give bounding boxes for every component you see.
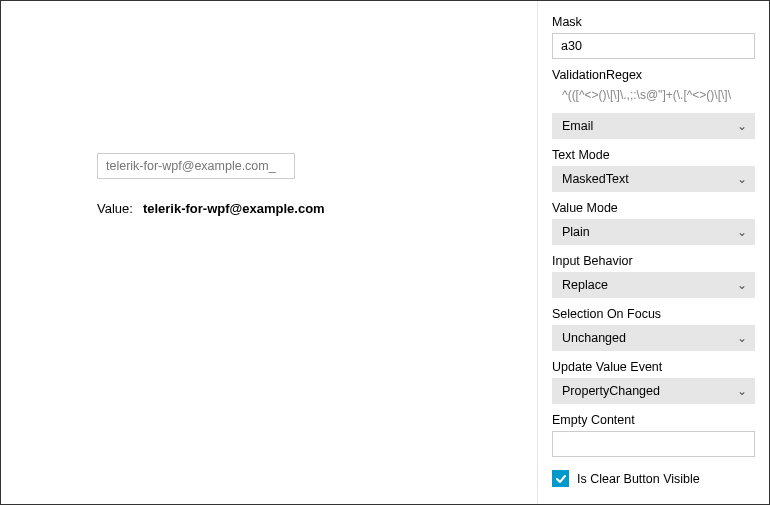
regex-preset-group: Email ⌄ xyxy=(552,113,755,139)
selection-on-focus-group: Selection On Focus Unchanged ⌄ xyxy=(552,307,755,351)
empty-content-label: Empty Content xyxy=(552,413,755,427)
text-mode-value: MaskedText xyxy=(562,172,629,186)
chevron-down-icon: ⌄ xyxy=(737,278,747,292)
input-behavior-group: Input Behavior Replace ⌄ xyxy=(552,254,755,298)
checkmark-icon xyxy=(555,473,567,485)
mask-label: Mask xyxy=(552,15,755,29)
chevron-down-icon: ⌄ xyxy=(737,225,747,239)
main-area: Value: telerik-for-wpf@example.com xyxy=(1,1,537,504)
empty-content-input[interactable] xyxy=(552,431,755,457)
text-mode-select[interactable]: MaskedText ⌄ xyxy=(552,166,755,192)
value-mode-group: Value Mode Plain ⌄ xyxy=(552,201,755,245)
selection-on-focus-label: Selection On Focus xyxy=(552,307,755,321)
input-behavior-select[interactable]: Replace ⌄ xyxy=(552,272,755,298)
clear-button-visible-row: Is Clear Button Visible xyxy=(552,470,755,487)
value-text: telerik-for-wpf@example.com xyxy=(143,201,325,216)
clear-button-checkbox[interactable] xyxy=(552,470,569,487)
app-window: Value: telerik-for-wpf@example.com Mask … xyxy=(0,0,770,505)
value-row: Value: telerik-for-wpf@example.com xyxy=(97,201,325,216)
update-value-event-group: Update Value Event PropertyChanged ⌄ xyxy=(552,360,755,404)
value-mode-label: Value Mode xyxy=(552,201,755,215)
selection-on-focus-select[interactable]: Unchanged ⌄ xyxy=(552,325,755,351)
clear-button-label: Is Clear Button Visible xyxy=(577,472,700,486)
empty-content-group: Empty Content xyxy=(552,413,755,457)
chevron-down-icon: ⌄ xyxy=(737,172,747,186)
text-mode-group: Text Mode MaskedText ⌄ xyxy=(552,148,755,192)
chevron-down-icon: ⌄ xyxy=(737,384,747,398)
chevron-down-icon: ⌄ xyxy=(737,331,747,345)
input-behavior-label: Input Behavior xyxy=(552,254,755,268)
regex-preset-value: Email xyxy=(562,119,593,133)
validation-regex-group: ValidationRegex ^(([^<>()\[\]\.,;:\s@"]+… xyxy=(552,68,755,104)
update-value-event-label: Update Value Event xyxy=(552,360,755,374)
update-value-event-value: PropertyChanged xyxy=(562,384,660,398)
update-value-event-select[interactable]: PropertyChanged ⌄ xyxy=(552,378,755,404)
mask-field-group: Mask xyxy=(552,15,755,59)
chevron-down-icon: ⌄ xyxy=(737,119,747,133)
mask-input[interactable] xyxy=(552,33,755,59)
masked-text-input[interactable] xyxy=(97,153,295,179)
regex-preset-select[interactable]: Email ⌄ xyxy=(552,113,755,139)
validation-regex-label: ValidationRegex xyxy=(552,68,755,82)
properties-panel: Mask ValidationRegex ^(([^<>()\[\]\.,;:\… xyxy=(537,1,769,504)
value-label: Value: xyxy=(97,201,133,216)
selection-on-focus-value: Unchanged xyxy=(562,331,626,345)
value-mode-select[interactable]: Plain ⌄ xyxy=(552,219,755,245)
value-mode-value: Plain xyxy=(562,225,590,239)
validation-regex-value: ^(([^<>()\[\]\.,;:\s@"]+(\.[^<>()\[\]\ xyxy=(552,86,755,104)
text-mode-label: Text Mode xyxy=(552,148,755,162)
input-behavior-value: Replace xyxy=(562,278,608,292)
